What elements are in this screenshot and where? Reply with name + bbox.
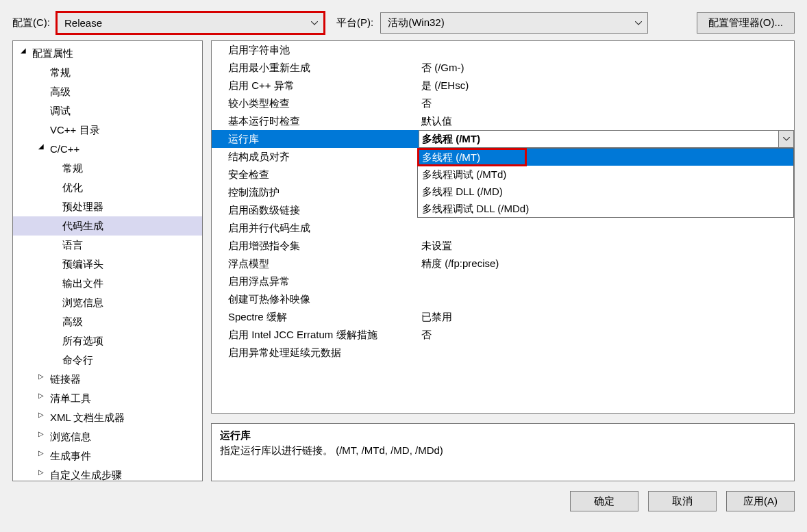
tree-item-cpp-child[interactable]: 浏览信息 xyxy=(13,293,202,312)
tree-item-cpp-child[interactable]: 输出文件 xyxy=(13,274,202,293)
tree-item[interactable]: 调试 xyxy=(13,101,202,121)
property-key: 较小类型检查 xyxy=(212,94,419,112)
property-row[interactable]: 启用并行代码生成 xyxy=(212,219,794,237)
tree-item-cpp-child[interactable]: 高级 xyxy=(13,312,202,331)
property-key: 创建可热修补映像 xyxy=(212,290,419,308)
tree-arrow-icon: ▷ xyxy=(36,372,46,381)
property-key: 安全检查 xyxy=(212,166,419,183)
config-manager-button[interactable]: 配置管理器(O)... xyxy=(697,12,795,34)
tree-item[interactable]: 高级 xyxy=(13,82,202,101)
property-row[interactable]: 启用增强指令集未设置 xyxy=(212,237,794,255)
ok-button[interactable]: 确定 xyxy=(570,491,638,511)
tree-item-label: 浏览信息 xyxy=(50,431,91,442)
property-row[interactable]: 基本运行时检查默认值 xyxy=(212,112,794,130)
description-title: 运行库 xyxy=(220,429,786,442)
tree-item-label: 常规 xyxy=(50,66,71,78)
dropdown-option[interactable]: 多线程调试 DLL (/MDd) xyxy=(418,200,793,217)
property-row[interactable]: 运行库多线程 (/MT) xyxy=(212,130,794,148)
topbar: 配置(C): Release 平台(P): 活动(Win32) 配置管理器(O)… xyxy=(0,0,807,40)
apply-label: 应用(A) xyxy=(743,495,778,508)
property-value: 否 xyxy=(419,94,794,112)
properties-grid[interactable]: 启用字符串池启用最小重新生成否 (/Gm-)启用 C++ 异常是 (/EHsc)… xyxy=(211,40,795,414)
ok-label: 确定 xyxy=(594,495,614,508)
config-combo[interactable]: Release xyxy=(57,12,324,34)
tree-item-cpp-child[interactable]: 常规 xyxy=(13,159,202,178)
property-key: 基本运行时检查 xyxy=(212,112,419,130)
tree-item-label: 高级 xyxy=(62,316,83,327)
platform-combo[interactable]: 活动(Win32) xyxy=(380,12,648,34)
main: ◢配置属性常规高级调试VC++ 目录◢C/C++常规优化预处理器代码生成语言预编… xyxy=(0,40,807,481)
config-value: Release xyxy=(64,17,102,29)
property-row[interactable]: 较小类型检查否 xyxy=(212,94,794,112)
tree-arrow-icon: ▷ xyxy=(36,448,46,458)
tree-item[interactable]: 常规 xyxy=(13,63,202,82)
tree-item-cpp-child[interactable]: 语言 xyxy=(13,236,202,255)
platform-label: 平台(P): xyxy=(336,16,373,29)
tree-arrow-icon: ▷ xyxy=(36,391,46,401)
tree-item-cpp[interactable]: ◢C/C++ xyxy=(13,140,202,159)
property-row[interactable]: 启用异常处理延续元数据 xyxy=(212,344,794,362)
tree-item-cpp-child[interactable]: 预编译头 xyxy=(13,255,202,274)
property-key: Spectre 缓解 xyxy=(212,308,419,326)
property-key: 启用字符串池 xyxy=(212,41,419,59)
tree-item[interactable]: VC++ 目录 xyxy=(13,121,202,140)
tree-item-label: 调试 xyxy=(50,105,71,116)
tree-arrow-icon: ◢ xyxy=(36,142,46,151)
tree-item[interactable]: ▷链接器 xyxy=(13,370,202,389)
property-row[interactable]: 启用字符串池 xyxy=(212,41,794,59)
description-text: 指定运行库以进行链接。 (/MT, /MTd, /MD, /MDd) xyxy=(220,444,786,457)
cancel-button[interactable]: 取消 xyxy=(648,491,717,511)
apply-button[interactable]: 应用(A) xyxy=(726,491,795,511)
property-key: 启用并行代码生成 xyxy=(212,219,419,237)
property-key: 启用浮点异常 xyxy=(212,273,419,290)
dropdown-option[interactable]: 多线程 DLL (/MD) xyxy=(418,183,793,200)
property-key: 浮点模型 xyxy=(212,255,419,273)
tree-panel[interactable]: ◢配置属性常规高级调试VC++ 目录◢C/C++常规优化预处理器代码生成语言预编… xyxy=(12,40,203,481)
tree-item-cpp-child[interactable]: 优化 xyxy=(13,178,202,197)
property-row[interactable]: 启用浮点异常 xyxy=(212,273,794,290)
property-row[interactable]: 启用 C++ 异常是 (/EHsc) xyxy=(212,77,794,94)
tree-item-cpp-child[interactable]: 预处理器 xyxy=(13,197,202,216)
tree-item-label: VC++ 目录 xyxy=(50,124,100,136)
tree-item-cpp-child[interactable]: 命令行 xyxy=(13,351,202,370)
property-value-editor[interactable]: 多线程 (/MT) xyxy=(419,130,794,148)
tree-item-cpp-child[interactable]: 代码生成 xyxy=(13,216,202,236)
property-row[interactable]: Spectre 缓解已禁用 xyxy=(212,308,794,326)
tree-item[interactable]: ▷清单工具 xyxy=(13,389,202,408)
tree-item-label: 输出文件 xyxy=(62,277,103,289)
runtime-library-dropdown[interactable]: 多线程 (/MT)多线程调试 (/MTd)多线程 DLL (/MD)多线程调试 … xyxy=(417,148,794,218)
tree-item-label: 优化 xyxy=(62,181,83,193)
property-row[interactable]: 启用 Intel JCC Erratum 缓解措施否 xyxy=(212,326,794,344)
tree-item[interactable]: ▷自定义生成步骤 xyxy=(13,466,202,481)
property-value: 未设置 xyxy=(419,237,794,255)
tree-root[interactable]: ◢配置属性 xyxy=(13,44,202,63)
platform-value: 活动(Win32) xyxy=(388,16,445,29)
property-key: 启用最小重新生成 xyxy=(212,59,419,77)
tree-item-label: 所有选项 xyxy=(62,335,103,346)
tree-item-label: 清单工具 xyxy=(50,392,91,404)
tree-item[interactable]: ▷XML 文档生成器 xyxy=(13,408,202,427)
property-key: 控制流防护 xyxy=(212,183,419,201)
tree-item-label: 代码生成 xyxy=(62,220,103,231)
config-manager-label: 配置管理器(O)... xyxy=(708,16,783,29)
chevron-down-icon xyxy=(634,18,643,28)
property-value: 是 (/EHsc) xyxy=(419,77,794,94)
tree-arrow-icon: ▷ xyxy=(36,410,46,420)
tree-item-label: 浏览信息 xyxy=(62,296,103,308)
property-row[interactable]: 创建可热修补映像 xyxy=(212,290,794,308)
tree-item-cpp-child[interactable]: 所有选项 xyxy=(13,331,202,351)
tree-item-label: 配置属性 xyxy=(32,47,73,59)
property-key: 启用增强指令集 xyxy=(212,237,419,255)
tree-item-label: 自定义生成步骤 xyxy=(50,469,122,481)
tree-item[interactable]: ▷浏览信息 xyxy=(13,427,202,446)
config-label: 配置(C): xyxy=(12,16,50,29)
dropdown-option[interactable]: 多线程调试 (/MTd) xyxy=(418,166,793,183)
property-value xyxy=(419,273,794,290)
property-value xyxy=(419,344,794,362)
tree-item-label: 高级 xyxy=(50,86,71,97)
dropdown-option[interactable]: 多线程 (/MT) xyxy=(418,149,793,166)
property-row[interactable]: 启用最小重新生成否 (/Gm-) xyxy=(212,59,794,77)
property-row[interactable]: 浮点模型精度 (/fp:precise) xyxy=(212,255,794,273)
tree-item[interactable]: ▷生成事件 xyxy=(13,446,202,466)
dropdown-toggle-button[interactable] xyxy=(778,131,793,147)
